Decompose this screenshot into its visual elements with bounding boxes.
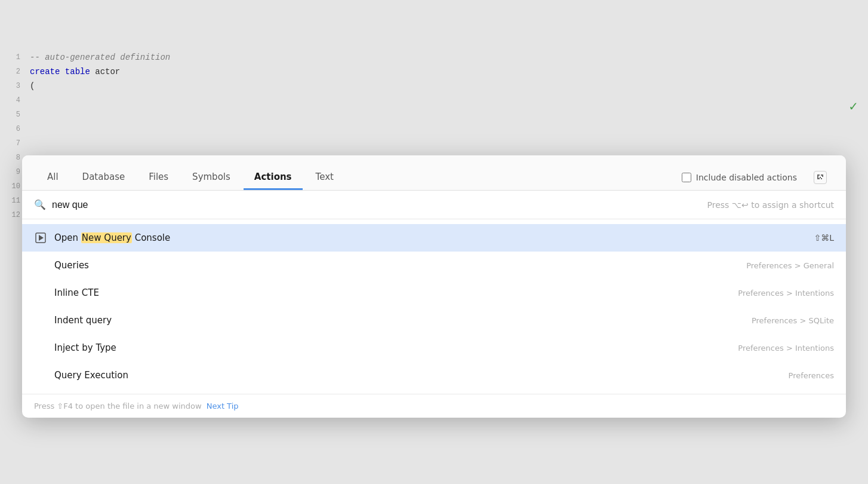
result-category-inline-cte: Preferences > Intentions	[738, 289, 834, 298]
include-disabled-option[interactable]: Include disabled actions	[677, 167, 802, 188]
result-item-open-new-query-console[interactable]: Open New Query Console ⇧⌘L	[22, 224, 846, 252]
result-label-inline-cte: Inline CTE	[54, 287, 731, 298]
result-item-query-execution[interactable]: Query Execution Preferences	[22, 362, 846, 389]
search-icon: 🔍	[34, 199, 46, 210]
tip-text: Press ⇧F4 to open the file in a new wind…	[34, 402, 202, 411]
result-item-inline-cte[interactable]: Inline CTE Preferences > Intentions	[22, 279, 846, 307]
tab-files[interactable]: Files	[138, 166, 179, 190]
shortcut-hint: Press ⌥↩ to assign a shortcut	[707, 200, 834, 210]
result-label-indent-query: Indent query	[54, 315, 744, 326]
expand-icon[interactable]	[814, 171, 827, 184]
result-icon-inject-by-type	[34, 341, 47, 354]
include-disabled-checkbox[interactable]	[682, 173, 691, 182]
tab-database[interactable]: Database	[72, 166, 136, 190]
modal-tabs: All Database Files Symbols Actions Text …	[22, 155, 846, 191]
result-icon-query-execution	[34, 369, 47, 382]
svg-marker-1	[39, 235, 44, 241]
result-category-queries: Preferences > General	[746, 261, 834, 270]
tab-actions[interactable]: Actions	[244, 166, 303, 190]
result-category-inject-by-type: Preferences > Intentions	[738, 344, 834, 353]
result-item-indent-query[interactable]: Indent query Preferences > SQLite	[22, 307, 846, 334]
result-label-query-execution: Query Execution	[54, 370, 781, 381]
expand-button[interactable]	[809, 165, 832, 190]
result-label-inject-by-type: Inject by Type	[54, 342, 731, 353]
result-item-queries[interactable]: Queries Preferences > General	[22, 252, 846, 279]
search-input[interactable]	[52, 200, 701, 210]
result-icon-indent-query	[34, 314, 47, 327]
result-icon-queries	[34, 259, 47, 272]
next-tip-link[interactable]: Next Tip	[207, 402, 239, 411]
result-label-queries: Queries	[54, 260, 739, 271]
search-modal: All Database Files Symbols Actions Text …	[22, 155, 846, 418]
result-label-open-new-query-console: Open New Query Console	[54, 232, 807, 243]
result-icon-open-new-query-console	[34, 231, 47, 244]
result-icon-inline-cte	[34, 286, 47, 299]
modal-tip: Press ⇧F4 to open the file in a new wind…	[22, 394, 846, 418]
tab-text[interactable]: Text	[305, 166, 344, 190]
result-shortcut-open-new-query-console: ⇧⌘L	[814, 233, 834, 243]
modal-results: Open New Query Console ⇧⌘L Queries Prefe…	[22, 219, 846, 394]
tab-all[interactable]: All	[36, 166, 69, 190]
tab-symbols[interactable]: Symbols	[181, 166, 241, 190]
include-disabled-label: Include disabled actions	[696, 173, 797, 182]
result-item-inject-by-type[interactable]: Inject by Type Preferences > Intentions	[22, 334, 846, 362]
modal-overlay: All Database Files Symbols Actions Text …	[0, 0, 868, 484]
modal-search: 🔍 Press ⌥↩ to assign a shortcut	[22, 191, 846, 219]
result-category-query-execution: Preferences	[789, 371, 834, 380]
result-category-indent-query: Preferences > SQLite	[752, 316, 834, 325]
